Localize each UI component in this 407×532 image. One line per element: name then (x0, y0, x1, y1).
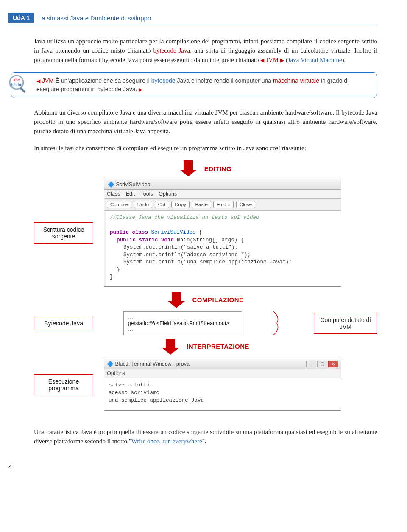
minimize-button[interactable]: — (306, 361, 316, 367)
menu-options[interactable]: Options (159, 191, 177, 197)
label-compilation: COMPILAZIONE (192, 296, 244, 303)
paste-button[interactable]: Paste (192, 201, 211, 208)
maximize-button[interactable]: ▢ (317, 361, 327, 367)
diagram: EDITING Scrittura codice sorgente 🔷 Scri… (34, 160, 377, 411)
editor-window: 🔷 ScriviSuIVideo Class Edit Tools Option… (104, 179, 341, 287)
label-editing: EDITING (204, 165, 231, 172)
paragraph-2: Abbiamo un diverso compilatore Java e un… (34, 108, 377, 136)
box-esecuzione: Esecuzione programma (34, 374, 93, 395)
editor-toolbar: Compile Undo Cut Copy Paste Find... Clos… (104, 199, 341, 211)
arrow-down-icon (168, 292, 185, 308)
box-bytecode: Bytecode Java (34, 316, 93, 330)
bytecode-output: … getstatic #6 <Field java.io.PrintStrea… (123, 311, 242, 335)
svg-text:abc: abc (13, 77, 20, 82)
menu-edit[interactable]: Edit (126, 191, 135, 197)
find-button[interactable]: Find... (213, 201, 234, 208)
terminal-window: 🔷 BlueJ: Terminal Window - prova — ▢ ✕ O… (104, 359, 341, 411)
bracket-icon (272, 311, 284, 335)
window-close-button[interactable]: ✕ (328, 361, 338, 367)
svg-text:fghilm: fghilm (11, 82, 22, 87)
terminal-menubar[interactable]: Options (104, 369, 341, 378)
uda-badge: UdA 1 (8, 13, 34, 23)
terminal-title: 🔷 BlueJ: Terminal Window - prova (107, 361, 190, 367)
paragraph-4: Una caratteristica Java è proprio quella… (34, 428, 377, 446)
copy-button[interactable]: Copy (171, 201, 190, 208)
editor-menubar[interactable]: Class Edit Tools Options (104, 190, 341, 199)
cut-button[interactable]: Cut (155, 201, 169, 208)
page-header: UdA 1 La sintassi Java e l'ambiente di s… (8, 13, 377, 24)
compile-button[interactable]: Compile (107, 201, 131, 208)
undo-button[interactable]: Undo (134, 201, 153, 208)
box-computer: Computer dotato di JVM (314, 313, 377, 334)
menu-class[interactable]: Class (107, 191, 120, 197)
menu-tools[interactable]: Tools (141, 191, 153, 197)
arrow-down-icon (162, 339, 179, 355)
svg-rect-3 (20, 87, 26, 93)
arrow-down-icon (180, 160, 197, 176)
close-button[interactable]: Close (236, 201, 255, 208)
terminal-output: salve a tutti adesso scriviamo una sempl… (104, 378, 341, 410)
code-area[interactable]: //Classe Java che visualizza un testo su… (104, 211, 341, 286)
label-interpretation: INTERPRETAZIONE (187, 343, 249, 350)
paragraph-1: Java utilizza un approccio molto partico… (34, 37, 377, 64)
header-title: La sintassi Java e l'ambiente di svilupp… (38, 14, 151, 22)
magnifier-icon: abc fghilm (7, 73, 31, 96)
page-number: 4 (8, 463, 377, 470)
definition-box: abc fghilm ◀ JVM È un'applicazione che s… (11, 72, 377, 98)
box-scrittura: Scrittura codice sorgente (34, 222, 93, 244)
editor-title: 🔷 ScriviSuIVideo (104, 179, 341, 190)
paragraph-3: In sintesi le fasi che consentono di com… (34, 144, 377, 153)
